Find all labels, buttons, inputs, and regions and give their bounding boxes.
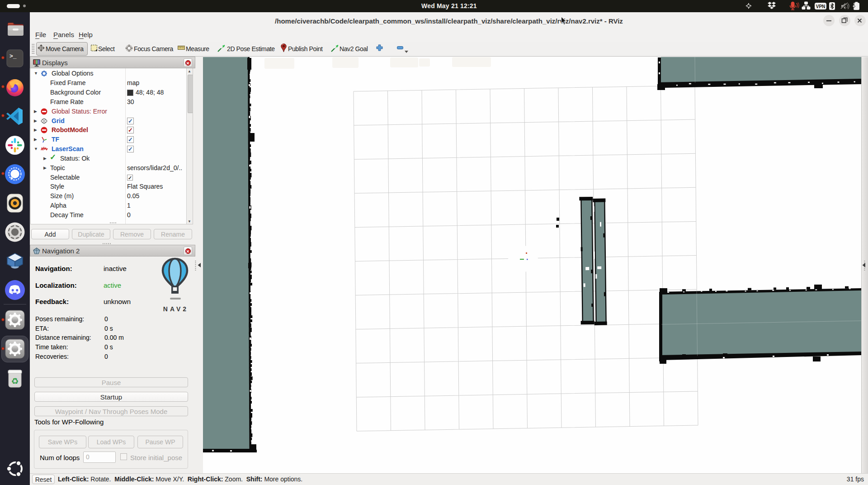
svg-text:VPN: VPN	[816, 4, 826, 9]
svg-text:>_: >_	[9, 53, 17, 60]
svg-text:♻: ♻	[11, 376, 19, 386]
